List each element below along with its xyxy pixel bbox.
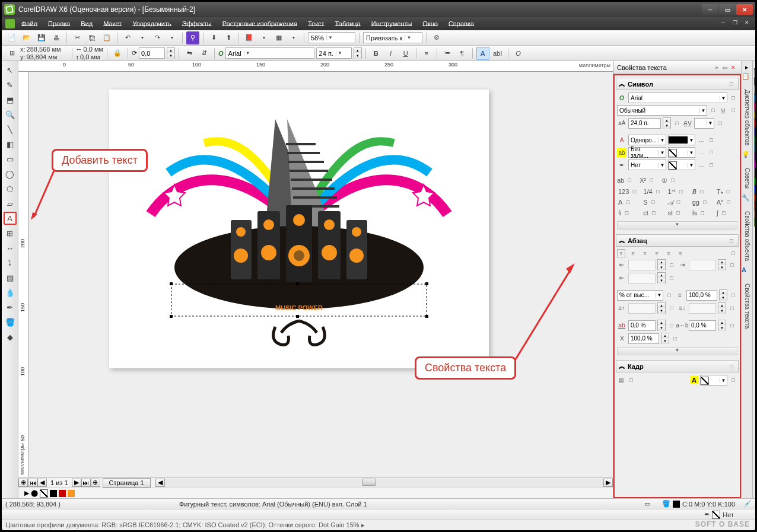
basic-shapes-tool[interactable]: ▱: [4, 197, 17, 210]
docker-collapse-button[interactable]: »: [713, 63, 721, 72]
red-swatch[interactable]: [59, 490, 66, 497]
cut-button[interactable]: ✂: [71, 31, 84, 44]
palette-swatch[interactable]: [754, 144, 756, 152]
bullets-button[interactable]: ≔: [441, 47, 454, 60]
menu-view[interactable]: Вид: [77, 18, 97, 29]
align-force-button[interactable]: ≡: [676, 249, 685, 257]
opt-cap[interactable]: ①: [661, 177, 667, 184]
word-spacing-input[interactable]: 0,0 %: [689, 320, 716, 331]
palette-swatch[interactable]: [754, 110, 756, 119]
tab-text-props[interactable]: Свойства текста: [742, 279, 752, 333]
menu-file[interactable]: Файл: [17, 18, 42, 29]
ellipse-tool[interactable]: ◯: [4, 167, 17, 180]
palette-swatch[interactable]: [754, 168, 756, 177]
freehand-tool[interactable]: ╲: [4, 123, 17, 136]
arrow-icon[interactable]: ▸: [745, 63, 749, 71]
bg-color-combo[interactable]: ▼: [668, 147, 695, 158]
fill-type-combo[interactable]: Одноро...▼: [628, 135, 666, 145]
tab-hints[interactable]: Советы: [742, 164, 752, 193]
close-button[interactable]: ✕: [736, 4, 753, 15]
menu-bitmaps[interactable]: Растровые изображения: [218, 18, 301, 29]
rectangle-tool[interactable]: ▭: [4, 152, 17, 165]
char-spacing-input[interactable]: 0,0 %: [628, 320, 656, 331]
line-spacing-input[interactable]: 100,0 %: [686, 290, 717, 301]
opt-s[interactable]: S: [643, 199, 647, 206]
ruler-horizontal[interactable]: 0 50 100 150 200 250 300 миллиметры: [18, 61, 613, 72]
app-launcher-button[interactable]: ▦: [272, 31, 285, 44]
black-swatch[interactable]: [50, 490, 57, 497]
menu-layout[interactable]: Макет: [99, 18, 126, 29]
options-button[interactable]: ⚙: [430, 31, 443, 44]
menu-window[interactable]: Окно: [418, 18, 442, 29]
opt-ord[interactable]: 1ˢᵗ: [668, 188, 676, 196]
opt-lf[interactable]: ∫: [717, 209, 718, 216]
menu-edit[interactable]: Правка: [44, 18, 74, 29]
opt-sa[interactable]: 𝒜: [668, 199, 673, 206]
print-button[interactable]: 🖶: [50, 31, 63, 44]
undo-button[interactable]: ↶: [121, 31, 134, 44]
tablet-icon[interactable]: ▭: [644, 500, 650, 508]
text-props-tab-icon[interactable]: A: [742, 266, 752, 277]
underline-button[interactable]: U: [399, 47, 412, 60]
palette-swatch[interactable]: [754, 193, 756, 202]
rotation-spinner[interactable]: ▲▼: [167, 47, 175, 59]
menu-tools[interactable]: Инструменты: [367, 18, 416, 29]
align-justify-button[interactable]: ≡: [664, 249, 673, 257]
fill-swatch-icon[interactable]: 🪣: [662, 500, 670, 508]
lock-ratio-button[interactable]: 🔒: [111, 47, 124, 60]
hints-tab-icon[interactable]: 💡: [742, 151, 752, 161]
import-button[interactable]: ⬇: [207, 31, 220, 44]
opt-gg[interactable]: gg: [692, 199, 699, 206]
underline-toggle[interactable]: U: [719, 106, 727, 114]
search-content-button[interactable]: ⚲: [186, 31, 199, 44]
font-combo[interactable]: Arial▼: [225, 47, 314, 59]
palette-swatch[interactable]: [754, 185, 756, 193]
object-origin-icon[interactable]: ⊞: [5, 47, 18, 60]
outline-color-combo[interactable]: ▼: [668, 160, 695, 170]
redo-dropdown[interactable]: ▾: [166, 31, 179, 44]
columns-button[interactable]: ▤: [617, 376, 625, 384]
publish-dropdown[interactable]: ▾: [257, 31, 271, 44]
docker-close-button[interactable]: ✕: [729, 63, 737, 72]
last-page-button[interactable]: ⏭: [81, 479, 91, 487]
opt-th[interactable]: Tₕ: [717, 188, 723, 196]
obj-props-tab-icon[interactable]: 🔧: [742, 194, 752, 205]
text-tool[interactable]: A: [4, 212, 17, 225]
italic-button[interactable]: I: [384, 47, 397, 60]
first-page-button[interactable]: ⏮: [28, 479, 37, 487]
copy-button[interactable]: ⿻: [85, 31, 98, 44]
align-right-button[interactable]: ≡: [653, 249, 661, 257]
undo-dropdown[interactable]: ▾: [136, 31, 149, 44]
menu-table[interactable]: Таблица: [331, 18, 365, 29]
new-button[interactable]: 📄: [5, 31, 18, 44]
opt-fs[interactable]: fs: [692, 209, 698, 216]
docker-kern-combo[interactable]: ▼: [694, 118, 714, 129]
workspace[interactable]: MUSIC POWER Добавить текст Свойства текс…: [29, 72, 613, 477]
opt-ct[interactable]: ct: [643, 209, 648, 216]
docker-size-combo[interactable]: 24,0 п.: [628, 118, 661, 129]
publish-pdf-button[interactable]: 📕: [243, 31, 256, 44]
para-expand[interactable]: ▼: [617, 347, 737, 355]
section-frame[interactable]: ︽Кадр□: [616, 360, 739, 372]
lang-spacing-input[interactable]: 100,0 %: [628, 333, 659, 344]
outline-type-combo[interactable]: Нет▼: [628, 160, 666, 170]
frame-fill-combo[interactable]: ▼: [700, 375, 727, 386]
open-button[interactable]: 📂: [20, 31, 33, 44]
symbol-expand[interactable]: ▼: [617, 221, 737, 230]
obj-manager-tab-icon[interactable]: 📋: [742, 72, 752, 83]
font-size-combo[interactable]: 24 п.▼: [316, 47, 352, 59]
orange-swatch[interactable]: [68, 490, 75, 497]
fill-color-combo[interactable]: ▼: [668, 135, 695, 145]
h-scrollbar[interactable]: ◀▶: [155, 479, 613, 487]
stop-icon[interactable]: ⬤: [31, 489, 38, 497]
spacing-mode-combo[interactable]: % от выс...▼: [617, 290, 663, 301]
minimize-button[interactable]: ─: [702, 4, 718, 15]
opt-num[interactable]: 123: [618, 188, 629, 195]
pick-tool[interactable]: ↖: [4, 63, 17, 77]
menu-arrange[interactable]: Упорядочить: [128, 18, 175, 29]
mdi-minimize-button[interactable]: ─: [718, 20, 728, 28]
fill-tool[interactable]: 🪣: [4, 316, 17, 329]
ruler-vertical[interactable]: 50 100 150 200 миллиметры: [18, 72, 29, 477]
size-spinner[interactable]: ▲▼: [663, 117, 671, 129]
palette-swatch[interactable]: [754, 160, 756, 168]
